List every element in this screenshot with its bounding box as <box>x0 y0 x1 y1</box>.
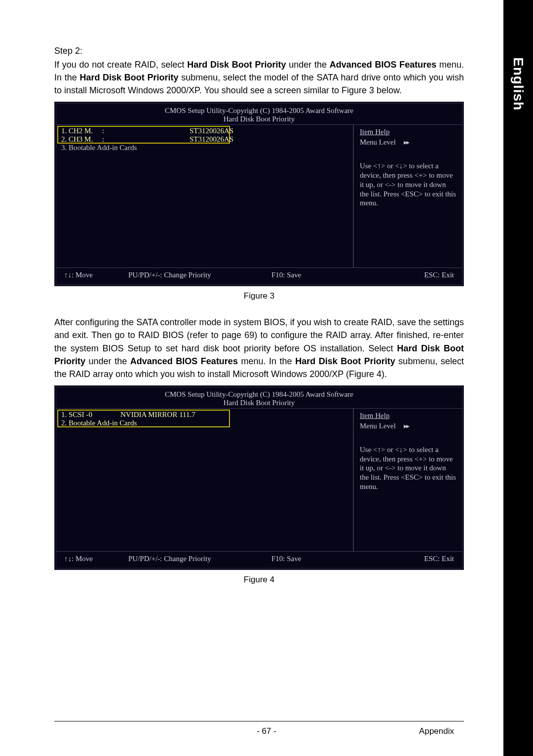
bios-footer: ↑↓: Move PU/PD/+/-: Change Priority F10:… <box>56 551 462 568</box>
language-tab: English <box>503 44 533 123</box>
bios-device-list: 1. CH2 M. : ST3120026AS 2. CH3 M. : ST31… <box>56 124 353 267</box>
figure-3-caption: Figure 3 <box>54 291 464 301</box>
device-model: ST3120026AS <box>190 127 233 135</box>
bios-title-line2: Hard Disk Boot Priority <box>56 399 462 407</box>
device-model: NVIDIA MIRROR 111.7 <box>120 411 195 419</box>
bold-hard-disk-boot-priority: Hard Disk Boot Priority <box>187 60 286 70</box>
text: If you do not create RAID, select <box>54 60 187 70</box>
bios-body: 1. CH2 M. : ST3120026AS 2. CH3 M. : ST31… <box>56 124 462 267</box>
menu-level-label: Menu Level <box>360 422 396 430</box>
bold-hard-disk-boot-priority-2: Hard Disk Boot Priority <box>79 73 178 82</box>
page: { "tab": "English", "step_label": "Step … <box>0 0 533 756</box>
list-item[interactable]: 2. CH3 M. : ST3120026AS <box>61 135 348 144</box>
device-slot: 3. Bootable Add-in Cards <box>61 144 190 152</box>
bold-hard-disk-boot-priority-2: Hard Disk Boot Priority <box>295 356 395 366</box>
text: under the <box>286 60 329 70</box>
device-slot: 2. CH3 M. : <box>61 135 190 144</box>
footer-rule <box>54 721 464 721</box>
bios-footer: ↑↓: Move PU/PD/+/-: Change Priority F10:… <box>56 267 462 284</box>
list-item[interactable]: 3. Bootable Add-in Cards <box>61 144 348 152</box>
step-label: Step 2: <box>54 44 464 57</box>
chevron-right-icon: ▸▸ <box>396 422 409 430</box>
item-help-title: Item Help <box>360 412 456 420</box>
footer-exit: ESC: Exit <box>380 271 454 279</box>
bios-help-panel: Item Help Menu Level▸▸ Use <↑> or <↓> to… <box>353 408 462 551</box>
bios-title-line1: CMOS Setup Utility-Copyright (C) 1984-20… <box>56 390 462 399</box>
bios-help-panel: Item Help Menu Level▸▸ Use <↑> or <↓> to… <box>353 124 462 267</box>
content-area: Step 2: If you do not create RAID, selec… <box>54 44 464 600</box>
bios-device-list: 1. SCSI -0 NVIDIA MIRROR 111.7 2. Bootab… <box>56 408 353 551</box>
device-slot: 1. SCSI -0 <box>61 411 120 419</box>
footer-move: ↑↓: Move <box>64 271 128 279</box>
item-help-title: Item Help <box>360 128 456 136</box>
device-slot: 1. CH2 M. : <box>61 127 190 135</box>
paragraph-2: After configuring the SATA controller mo… <box>54 316 464 380</box>
text: menu. In the <box>238 356 295 366</box>
device-slot: 2. Bootable Add-in Cards <box>61 419 190 427</box>
bios-header: CMOS Setup Utility-Copyright (C) 1984-20… <box>56 387 462 408</box>
help-text: Use <↑> or <↓> to select a device, then … <box>360 161 456 208</box>
footer-move: ↑↓: Move <box>64 555 128 563</box>
footer-change-priority: PU/PD/+/-: Change Priority <box>128 555 271 563</box>
footer-save: F10: Save <box>271 555 380 563</box>
footer-exit: ESC: Exit <box>380 555 454 563</box>
bios-screen-figure-3: CMOS Setup Utility-Copyright (C) 1984-20… <box>54 102 464 286</box>
text: under the <box>85 356 130 366</box>
footer-change-priority: PU/PD/+/-: Change Priority <box>128 271 271 279</box>
list-item[interactable]: 2. Bootable Add-in Cards <box>61 419 348 427</box>
menu-level: Menu Level▸▸ <box>360 420 456 430</box>
figure-4-caption: Figure 4 <box>54 575 464 585</box>
chevron-right-icon: ▸▸ <box>396 139 409 146</box>
list-item[interactable]: 1. CH2 M. : ST3120026AS <box>61 127 348 135</box>
menu-level: Menu Level▸▸ <box>360 136 456 147</box>
paragraph-1: If you do not create RAID, select Hard D… <box>54 58 464 97</box>
bios-title-line2: Hard Disk Boot Priority <box>56 115 462 123</box>
footer-save: F10: Save <box>271 271 380 279</box>
device-model: ST3120026AS <box>190 135 233 144</box>
list-item[interactable]: 1. SCSI -0 NVIDIA MIRROR 111.7 <box>61 411 348 419</box>
bios-title-line1: CMOS Setup Utility-Copyright (C) 1984-20… <box>56 107 462 115</box>
bold-advanced-bios-features: Advanced BIOS Features <box>330 60 437 70</box>
menu-level-label: Menu Level <box>360 138 396 146</box>
bios-body: 1. SCSI -0 NVIDIA MIRROR 111.7 2. Bootab… <box>56 408 462 551</box>
bios-screen-figure-4: CMOS Setup Utility-Copyright (C) 1984-20… <box>54 385 464 570</box>
bold-advanced-bios-features: Advanced BIOS Features <box>130 356 238 366</box>
help-text: Use <↑> or <↓> to select a device, then … <box>360 445 456 491</box>
appendix-label: Appendix <box>419 726 454 736</box>
bios-header: CMOS Setup Utility-Copyright (C) 1984-20… <box>56 104 462 124</box>
